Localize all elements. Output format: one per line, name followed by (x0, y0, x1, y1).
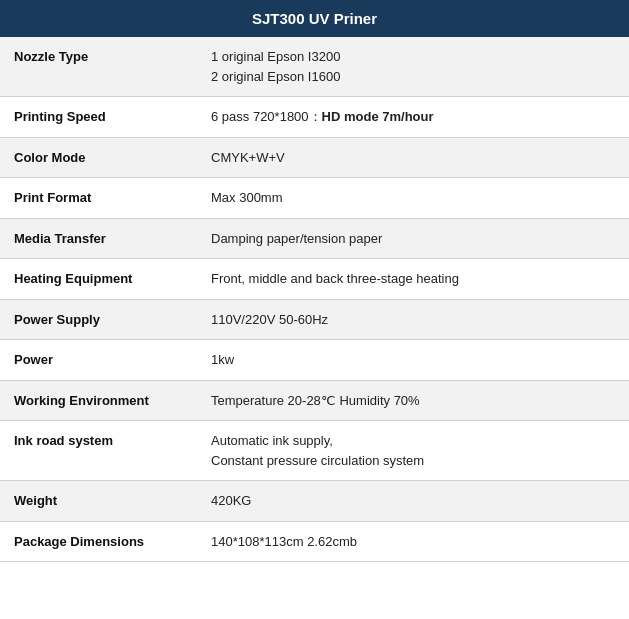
table-row: Ink road systemAutomatic ink supply,Cons… (0, 421, 629, 481)
spec-label: Power Supply (0, 299, 197, 340)
table-row: Media TransferDamping paper/tension pape… (0, 218, 629, 259)
table-row: Package Dimensions140*108*113cm 2.62cmb (0, 521, 629, 562)
spec-label: Media Transfer (0, 218, 197, 259)
spec-label: Power (0, 340, 197, 381)
table-row: Power1kw (0, 340, 629, 381)
table-title: SJT300 UV Priner (252, 10, 377, 27)
table-row: Color ModeCMYK+W+V (0, 137, 629, 178)
spec-label: Weight (0, 481, 197, 522)
spec-value: Front, middle and back three-stage heati… (197, 259, 629, 300)
spec-value: 110V/220V 50-60Hz (197, 299, 629, 340)
table-row: Nozzle Type1 original Epson I32002 origi… (0, 37, 629, 97)
spec-label: Working Environment (0, 380, 197, 421)
spec-value: Max 300mm (197, 178, 629, 219)
spec-value: 140*108*113cm 2.62cmb (197, 521, 629, 562)
table-row: Print FormatMax 300mm (0, 178, 629, 219)
spec-label: Print Format (0, 178, 197, 219)
spec-label: Ink road system (0, 421, 197, 481)
spec-value: 6 pass 720*1800：HD mode 7m/hour (197, 97, 629, 138)
spec-value: 420KG (197, 481, 629, 522)
spec-label: Printing Speed (0, 97, 197, 138)
spec-value: 1 original Epson I32002 original Epson I… (197, 37, 629, 97)
spec-label: Nozzle Type (0, 37, 197, 97)
spec-table-container: SJT300 UV Priner Nozzle Type1 original E… (0, 0, 629, 562)
spec-value: Automatic ink supply,Constant pressure c… (197, 421, 629, 481)
table-row: Power Supply110V/220V 50-60Hz (0, 299, 629, 340)
spec-value: Temperature 20-28℃ Humidity 70% (197, 380, 629, 421)
table-row: Heating EquipmentFront, middle and back … (0, 259, 629, 300)
table-row: Weight420KG (0, 481, 629, 522)
spec-value: Damping paper/tension paper (197, 218, 629, 259)
table-row: Printing Speed6 pass 720*1800：HD mode 7m… (0, 97, 629, 138)
spec-label: Heating Equipment (0, 259, 197, 300)
spec-label: Color Mode (0, 137, 197, 178)
spec-value-bold: HD mode 7m/hour (322, 109, 434, 124)
spec-value: 1kw (197, 340, 629, 381)
table-row: Working EnvironmentTemperature 20-28℃ Hu… (0, 380, 629, 421)
table-header: SJT300 UV Priner (0, 0, 629, 37)
spec-value: CMYK+W+V (197, 137, 629, 178)
spec-label: Package Dimensions (0, 521, 197, 562)
spec-table: Nozzle Type1 original Epson I32002 origi… (0, 37, 629, 562)
